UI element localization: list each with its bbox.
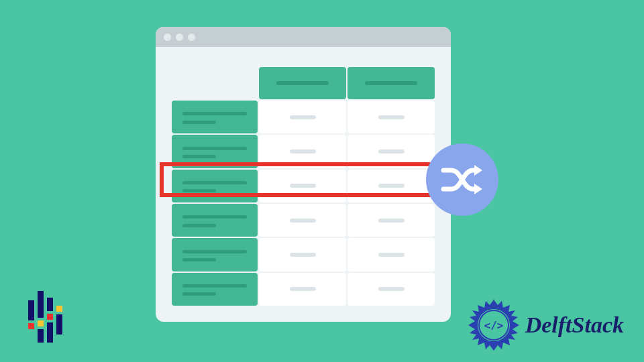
- index-cell: [172, 273, 258, 306]
- data-cell: [347, 101, 435, 133]
- index-cell: [172, 204, 258, 237]
- svg-text:</>: </>: [484, 319, 503, 332]
- svg-rect-3: [38, 320, 44, 326]
- data-cell: [259, 273, 346, 306]
- header-cell: [259, 67, 346, 99]
- data-cell: [259, 204, 346, 237]
- table-row: [259, 101, 435, 133]
- table-row: [259, 204, 435, 237]
- delftstack-brand: </> DelftStack: [466, 298, 624, 353]
- pandas-logo: [24, 291, 66, 346]
- data-cell: [259, 238, 346, 271]
- window-titlebar: [156, 27, 451, 47]
- svg-rect-5: [47, 298, 53, 311]
- shuffle-badge: [426, 143, 498, 216]
- index-cell: [172, 101, 258, 133]
- svg-rect-2: [38, 291, 44, 318]
- shuffle-icon: [439, 161, 485, 198]
- window-control-dot: [176, 34, 183, 41]
- table-row: [259, 238, 435, 271]
- window-control-dot: [188, 34, 195, 41]
- svg-rect-0: [28, 300, 34, 320]
- data-cell: [347, 273, 435, 306]
- data-cell: [347, 238, 435, 271]
- svg-rect-7: [47, 322, 53, 343]
- pandas-logo-icon: [24, 291, 66, 343]
- svg-rect-1: [28, 323, 34, 329]
- data-grid: [259, 101, 435, 306]
- table-row: [259, 273, 435, 306]
- index-cell: [172, 238, 258, 271]
- svg-rect-4: [38, 329, 44, 343]
- header-cell: [347, 67, 435, 99]
- brand-name: DelftStack: [525, 312, 624, 338]
- data-cell: [259, 101, 346, 133]
- svg-rect-8: [56, 306, 62, 312]
- svg-rect-6: [47, 314, 53, 320]
- index-column: [172, 101, 258, 306]
- window-control-dot: [164, 34, 171, 41]
- header-row: [259, 67, 435, 99]
- delft-badge-icon: </>: [466, 298, 521, 353]
- data-cell: [347, 204, 435, 237]
- svg-rect-9: [56, 314, 62, 335]
